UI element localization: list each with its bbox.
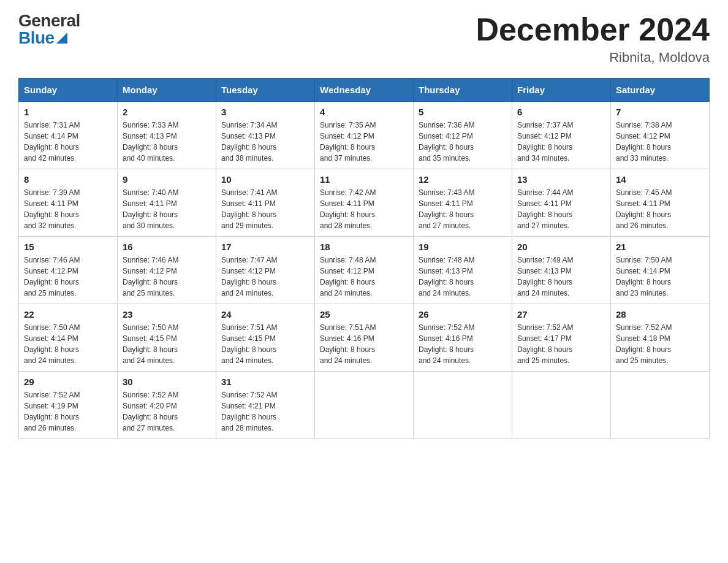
day-number: 31 <box>221 377 309 387</box>
calendar-header-thursday: Thursday <box>414 79 512 102</box>
day-number: 2 <box>123 107 211 117</box>
calendar-cell: 28Sunrise: 7:52 AMSunset: 4:18 PMDayligh… <box>611 304 710 372</box>
day-info: Sunrise: 7:40 AMSunset: 4:11 PMDaylight:… <box>123 187 211 231</box>
page-subtitle: Ribnita, Moldova <box>476 50 710 66</box>
calendar-header-tuesday: Tuesday <box>216 79 315 102</box>
calendar-cell: 1Sunrise: 7:31 AMSunset: 4:14 PMDaylight… <box>19 102 118 169</box>
calendar-cell <box>414 372 512 439</box>
calendar-week-row-4: 22Sunrise: 7:50 AMSunset: 4:14 PMDayligh… <box>19 304 710 372</box>
day-info: Sunrise: 7:42 AMSunset: 4:11 PMDaylight:… <box>320 187 408 231</box>
calendar-cell: 11Sunrise: 7:42 AMSunset: 4:11 PMDayligh… <box>315 169 414 237</box>
calendar-cell: 4Sunrise: 7:35 AMSunset: 4:12 PMDaylight… <box>315 102 414 169</box>
calendar-cell: 2Sunrise: 7:33 AMSunset: 4:13 PMDaylight… <box>118 102 216 169</box>
day-number: 23 <box>123 309 211 320</box>
day-number: 19 <box>419 242 507 252</box>
day-number: 6 <box>517 107 605 117</box>
day-info: Sunrise: 7:48 AMSunset: 4:13 PMDaylight:… <box>419 255 507 299</box>
day-info: Sunrise: 7:52 AMSunset: 4:21 PMDaylight:… <box>221 389 309 434</box>
day-info: Sunrise: 7:52 AMSunset: 4:20 PMDaylight:… <box>123 389 211 434</box>
calendar-cell: 21Sunrise: 7:50 AMSunset: 4:14 PMDayligh… <box>611 237 710 304</box>
day-info: Sunrise: 7:52 AMSunset: 4:19 PMDaylight:… <box>24 389 112 434</box>
title-area: December 2024 Ribnita, Moldova <box>476 12 710 66</box>
day-number: 4 <box>320 107 408 117</box>
day-info: Sunrise: 7:50 AMSunset: 4:15 PMDaylight:… <box>123 322 211 366</box>
logo-text: General Blue <box>18 12 80 47</box>
day-number: 15 <box>24 242 112 252</box>
day-number: 30 <box>123 377 211 387</box>
day-info: Sunrise: 7:37 AMSunset: 4:12 PMDaylight:… <box>517 120 605 164</box>
day-number: 27 <box>517 309 605 320</box>
day-number: 21 <box>616 242 704 252</box>
logo-triangle-icon <box>56 33 67 44</box>
day-info: Sunrise: 7:49 AMSunset: 4:13 PMDaylight:… <box>517 255 605 299</box>
day-info: Sunrise: 7:50 AMSunset: 4:14 PMDaylight:… <box>616 255 704 299</box>
day-number: 16 <box>123 242 211 252</box>
calendar-cell <box>512 372 611 439</box>
calendar-cell: 17Sunrise: 7:47 AMSunset: 4:12 PMDayligh… <box>216 237 315 304</box>
day-info: Sunrise: 7:36 AMSunset: 4:12 PMDaylight:… <box>419 120 507 164</box>
day-info: Sunrise: 7:46 AMSunset: 4:12 PMDaylight:… <box>123 255 211 299</box>
day-number: 1 <box>24 107 112 117</box>
calendar-week-row-5: 29Sunrise: 7:52 AMSunset: 4:19 PMDayligh… <box>19 372 710 439</box>
page-title: December 2024 <box>476 12 710 47</box>
calendar-header-monday: Monday <box>118 79 216 102</box>
day-number: 8 <box>24 174 112 185</box>
calendar-cell <box>315 372 414 439</box>
calendar-cell: 3Sunrise: 7:34 AMSunset: 4:13 PMDaylight… <box>216 102 315 169</box>
day-number: 29 <box>24 377 112 387</box>
calendar-cell: 31Sunrise: 7:52 AMSunset: 4:21 PMDayligh… <box>216 372 315 439</box>
calendar-cell: 20Sunrise: 7:49 AMSunset: 4:13 PMDayligh… <box>512 237 611 304</box>
day-number: 17 <box>221 242 309 252</box>
calendar-cell: 13Sunrise: 7:44 AMSunset: 4:11 PMDayligh… <box>512 169 611 237</box>
calendar-week-row-3: 15Sunrise: 7:46 AMSunset: 4:12 PMDayligh… <box>19 237 710 304</box>
day-info: Sunrise: 7:51 AMSunset: 4:15 PMDaylight:… <box>221 322 309 366</box>
day-info: Sunrise: 7:34 AMSunset: 4:13 PMDaylight:… <box>221 120 309 164</box>
day-info: Sunrise: 7:52 AMSunset: 4:16 PMDaylight:… <box>419 322 507 366</box>
day-number: 3 <box>221 107 309 117</box>
calendar-cell: 9Sunrise: 7:40 AMSunset: 4:11 PMDaylight… <box>118 169 216 237</box>
day-info: Sunrise: 7:35 AMSunset: 4:12 PMDaylight:… <box>320 120 408 164</box>
day-number: 18 <box>320 242 408 252</box>
day-number: 22 <box>24 309 112 320</box>
calendar-cell: 10Sunrise: 7:41 AMSunset: 4:11 PMDayligh… <box>216 169 315 237</box>
day-info: Sunrise: 7:52 AMSunset: 4:18 PMDaylight:… <box>616 322 704 366</box>
calendar-header-wednesday: Wednesday <box>315 79 414 102</box>
day-info: Sunrise: 7:45 AMSunset: 4:11 PMDaylight:… <box>616 187 704 231</box>
day-number: 13 <box>517 174 605 185</box>
calendar-header-saturday: Saturday <box>611 79 710 102</box>
day-info: Sunrise: 7:43 AMSunset: 4:11 PMDaylight:… <box>419 187 507 231</box>
calendar-week-row-2: 8Sunrise: 7:39 AMSunset: 4:11 PMDaylight… <box>19 169 710 237</box>
day-info: Sunrise: 7:31 AMSunset: 4:14 PMDaylight:… <box>24 120 112 164</box>
day-info: Sunrise: 7:46 AMSunset: 4:12 PMDaylight:… <box>24 255 112 299</box>
day-info: Sunrise: 7:52 AMSunset: 4:17 PMDaylight:… <box>517 322 605 366</box>
calendar-cell: 18Sunrise: 7:48 AMSunset: 4:12 PMDayligh… <box>315 237 414 304</box>
logo-general: General <box>18 12 80 29</box>
day-info: Sunrise: 7:48 AMSunset: 4:12 PMDaylight:… <box>320 255 408 299</box>
calendar-cell: 16Sunrise: 7:46 AMSunset: 4:12 PMDayligh… <box>118 237 216 304</box>
day-info: Sunrise: 7:51 AMSunset: 4:16 PMDaylight:… <box>320 322 408 366</box>
day-number: 25 <box>320 309 408 320</box>
logo: General Blue <box>18 12 80 47</box>
day-number: 12 <box>419 174 507 185</box>
day-number: 14 <box>616 174 704 185</box>
day-info: Sunrise: 7:47 AMSunset: 4:12 PMDaylight:… <box>221 255 309 299</box>
calendar-header-row: SundayMondayTuesdayWednesdayThursdayFrid… <box>19 79 710 102</box>
calendar-cell: 27Sunrise: 7:52 AMSunset: 4:17 PMDayligh… <box>512 304 611 372</box>
day-number: 28 <box>616 309 704 320</box>
day-info: Sunrise: 7:39 AMSunset: 4:11 PMDaylight:… <box>24 187 112 231</box>
calendar-cell: 15Sunrise: 7:46 AMSunset: 4:12 PMDayligh… <box>19 237 118 304</box>
calendar-cell <box>611 372 710 439</box>
day-number: 10 <box>221 174 309 185</box>
calendar-header-friday: Friday <box>512 79 611 102</box>
calendar-cell: 22Sunrise: 7:50 AMSunset: 4:14 PMDayligh… <box>19 304 118 372</box>
calendar-cell: 12Sunrise: 7:43 AMSunset: 4:11 PMDayligh… <box>414 169 512 237</box>
calendar-cell: 29Sunrise: 7:52 AMSunset: 4:19 PMDayligh… <box>19 372 118 439</box>
day-number: 9 <box>123 174 211 185</box>
calendar-table: SundayMondayTuesdayWednesdayThursdayFrid… <box>18 78 710 439</box>
day-info: Sunrise: 7:41 AMSunset: 4:11 PMDaylight:… <box>221 187 309 231</box>
day-info: Sunrise: 7:38 AMSunset: 4:12 PMDaylight:… <box>616 120 704 164</box>
calendar-cell: 7Sunrise: 7:38 AMSunset: 4:12 PMDaylight… <box>611 102 710 169</box>
calendar-cell: 23Sunrise: 7:50 AMSunset: 4:15 PMDayligh… <box>118 304 216 372</box>
calendar-header-sunday: Sunday <box>19 79 118 102</box>
svg-marker-0 <box>56 33 67 44</box>
